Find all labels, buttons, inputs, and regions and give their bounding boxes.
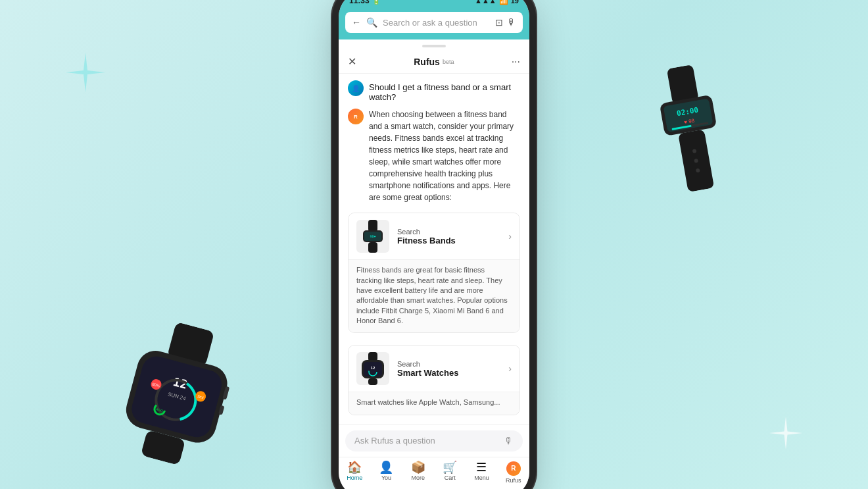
status-bar: 11:33 🔋 ▲▲▲ 📶 19	[339, 0, 529, 8]
back-arrow-icon[interactable]: ←	[352, 17, 361, 28]
signal-icon: ▲▲▲	[475, 0, 496, 5]
sparkle-bottom-right	[769, 417, 802, 450]
more-icon: 📦	[411, 461, 425, 473]
bottom-navigation: 🏠 Home 👤 You 📦 More 🛒 Cart ☰ Menu R Ru	[339, 457, 529, 489]
fitness-bands-label: Search Fitness Bands	[397, 228, 500, 245]
phone-screen: 11:33 🔋 ▲▲▲ 📶 19 ← 🔍 Search or ask a que…	[339, 0, 529, 489]
cart-icon: 🛒	[443, 461, 457, 473]
svg-rect-27	[368, 220, 377, 232]
svg-rect-31	[368, 242, 377, 253]
ai-avatar-icon: R	[354, 114, 358, 120]
ask-input-placeholder[interactable]: Ask Rufus a question	[354, 436, 499, 446]
fitness-bands-label-bottom: Fitness Bands	[397, 236, 500, 245]
mic-button[interactable]: 🎙	[504, 436, 514, 446]
user-avatar-icon: 👤	[352, 85, 360, 92]
search-input-placeholder[interactable]: Search or ask a question	[383, 18, 490, 28]
nav-rufus[interactable]: R Rufus	[498, 461, 529, 484]
drag-handle-bar	[422, 45, 446, 47]
smart-watches-card[interactable]: 12 Search Smart Watches › Smart watches …	[348, 345, 520, 415]
nav-you[interactable]: 👤 You	[370, 461, 402, 484]
fitness-bands-card[interactable]: 98❤ Search Fitness Bands › Fitness bands…	[348, 213, 520, 333]
search-magnifier-icon: 🔍	[366, 17, 377, 28]
home-icon: 🏠	[347, 461, 362, 473]
nav-menu[interactable]: ☰ Menu	[466, 461, 497, 484]
search-bar-area: ← 🔍 Search or ask a question ⊡ 🎙	[339, 8, 529, 39]
user-avatar: 👤	[348, 80, 364, 96]
smart-watch-thumbnail: 12	[356, 352, 389, 385]
barcode-scan-icon[interactable]: ⊡	[495, 17, 503, 28]
nav-more[interactable]: 📦 More	[402, 461, 434, 484]
ai-avatar: R	[348, 109, 364, 124]
rufus-title-text: Rufus	[414, 57, 440, 67]
cart-label: Cart	[445, 475, 456, 481]
ask-input-area: Ask Rufus a question 🎙	[339, 425, 529, 457]
you-label: You	[381, 475, 391, 481]
menu-label: Menu	[474, 475, 489, 481]
menu-icon: ☰	[476, 461, 487, 473]
smart-watches-label: Search Smart Watches	[397, 360, 500, 378]
search-bar[interactable]: ← 🔍 Search or ask a question ⊡ 🎙	[345, 12, 523, 33]
smart-watches-description: Smart watches like Apple Watch, Samsung.…	[349, 392, 519, 414]
fitness-bands-description: Fitness bands are great for basic fitnes…	[349, 259, 519, 332]
you-icon: 👤	[379, 461, 393, 473]
rufus-nav-icon: R	[506, 461, 521, 476]
ai-message-text: When choosing between a fitness band and…	[369, 109, 520, 203]
more-options-button[interactable]: ···	[512, 56, 520, 68]
fitness-band-thumbnail: 98❤	[356, 220, 389, 253]
smart-watches-card-header[interactable]: 12 Search Smart Watches ›	[349, 346, 519, 392]
home-label: Home	[347, 475, 362, 481]
user-message: 👤 Should I get a fitness band or a smart…	[348, 80, 520, 102]
svg-text:12: 12	[371, 366, 375, 370]
nav-cart[interactable]: 🛒 Cart	[434, 461, 466, 484]
messages-container: 👤 Should I get a fitness band or a smart…	[339, 74, 529, 425]
user-message-text: Should I get a fitness band or a smart w…	[369, 80, 520, 102]
status-icons: ▲▲▲ 📶 19	[475, 0, 519, 5]
svg-rect-37	[368, 378, 377, 385]
drag-handle[interactable]	[339, 39, 529, 50]
status-time: 11:33 🔋	[349, 0, 380, 5]
beta-badge: beta	[443, 59, 454, 65]
svg-rect-32	[368, 352, 377, 361]
smart-watches-label-bottom: Smart Watches	[397, 368, 500, 378]
fitness-bands-card-header[interactable]: 98❤ Search Fitness Bands ›	[349, 213, 519, 259]
rufus-nav-label: Rufus	[506, 477, 521, 484]
more-label: More	[412, 475, 425, 481]
wifi-icon: 📶	[499, 0, 508, 5]
smart-watches-chevron: ›	[508, 363, 512, 374]
battery-icon: 🔋	[372, 0, 380, 5]
smart-watches-label-top: Search	[397, 360, 500, 368]
phone-mockup: 11:33 🔋 ▲▲▲ 📶 19 ← 🔍 Search or ask a que…	[339, 0, 529, 489]
svg-text:98❤: 98❤	[370, 234, 375, 238]
fitness-bands-chevron: ›	[508, 231, 512, 242]
fitness-bands-label-top: Search	[397, 228, 500, 236]
smartwatch-decoration: 12 SUN 24 80% 3mi AGO	[103, 311, 253, 475]
fitness-band-decoration: 02:00 ♥ 98	[635, 59, 747, 197]
voice-search-icon[interactable]: 🎙	[507, 17, 516, 28]
close-button[interactable]: ✕	[348, 55, 356, 68]
rufus-header: ✕ Rufus beta ···	[339, 50, 529, 74]
rufus-title: Rufus beta	[414, 57, 454, 67]
battery-level: 19	[511, 0, 519, 5]
ai-message: R When choosing between a fitness band a…	[348, 109, 520, 203]
ask-input-field[interactable]: Ask Rufus a question 🎙	[345, 430, 523, 451]
nav-home[interactable]: 🏠 Home	[339, 461, 370, 484]
time-display: 11:33	[349, 0, 370, 5]
search-bar-actions: ⊡ 🎙	[495, 17, 516, 28]
sparkle-top-left	[66, 53, 105, 92]
chat-panel: ✕ Rufus beta ··· 👤 Should I get a fitnes…	[339, 39, 529, 425]
